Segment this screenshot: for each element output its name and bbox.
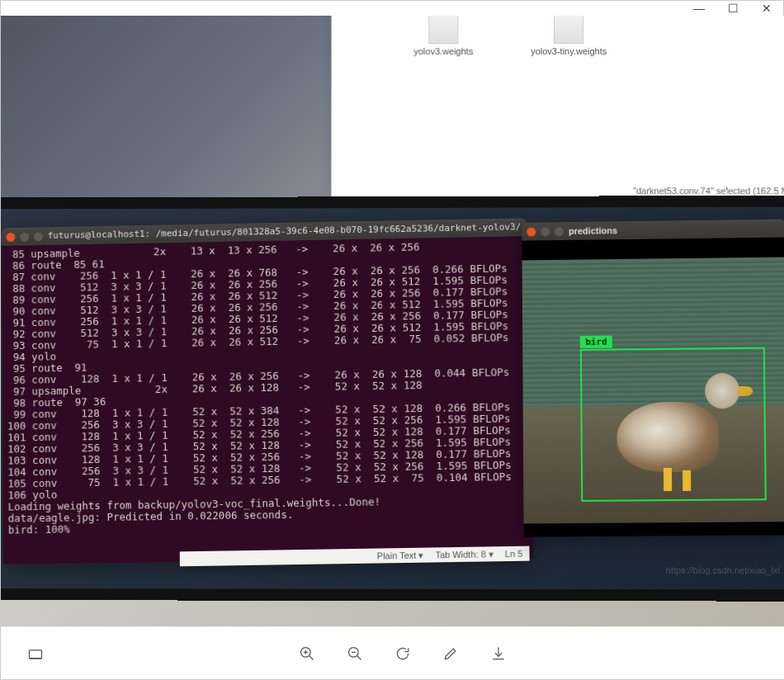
file-icon bbox=[428, 16, 458, 44]
minimize-icon[interactable] bbox=[541, 227, 550, 236]
predictions-window[interactable]: predictions bird bbox=[522, 220, 784, 537]
file-label: yolov3.weights bbox=[413, 46, 473, 56]
one-to-one-icon[interactable] bbox=[26, 644, 45, 663]
window-titlebar: — ☐ ✕ bbox=[1, 1, 783, 16]
file-item[interactable]: yolov3.weights bbox=[413, 16, 473, 56]
editor-tab-select[interactable]: Tab Width: 8 ▾ bbox=[435, 549, 494, 560]
terminal-window[interactable]: futurus@localhost1: /media/futurus/80132… bbox=[2, 218, 534, 564]
svg-line-3 bbox=[309, 655, 314, 659]
watermark-text: https://blog.csdn.net/xiao_lxl bbox=[666, 565, 780, 575]
close-icon[interactable] bbox=[527, 227, 536, 236]
maximize-icon[interactable] bbox=[555, 227, 564, 236]
prediction-image: bird bbox=[522, 257, 784, 523]
editor-line-indicator: Ln 5 bbox=[505, 549, 523, 559]
svg-line-7 bbox=[357, 655, 361, 659]
zoom-out-icon[interactable] bbox=[345, 644, 365, 663]
close-icon[interactable] bbox=[6, 232, 15, 241]
file-manager-window: yolov3.weights yolov3-tiny.weights "dark… bbox=[331, 16, 784, 199]
file-statusbar: "darknet53.conv.74" selected (162.5 M bbox=[633, 186, 784, 196]
image-view[interactable]: yolov3.weights yolov3-tiny.weights "dark… bbox=[1, 16, 784, 628]
rotate-icon[interactable] bbox=[393, 644, 413, 663]
predictions-title: predictions bbox=[569, 225, 617, 236]
file-item[interactable]: yolov3-tiny.weights bbox=[531, 16, 607, 56]
editor-mode-select[interactable]: Plain Text ▾ bbox=[377, 550, 424, 561]
viewer-toolbar bbox=[1, 626, 784, 679]
close-button[interactable]: ✕ bbox=[762, 2, 772, 15]
edit-icon[interactable] bbox=[441, 644, 460, 663]
file-label: yolov3-tiny.weights bbox=[531, 46, 607, 56]
background-window bbox=[1, 16, 332, 222]
maximize-icon[interactable] bbox=[34, 232, 43, 241]
app-window: — ☐ ✕ yolov3.weights yolov3-tiny.weights… bbox=[0, 0, 784, 680]
detection-bounding-box: bird bbox=[580, 347, 767, 502]
detection-label: bird bbox=[580, 335, 612, 347]
file-icon bbox=[554, 16, 583, 44]
download-icon[interactable] bbox=[489, 644, 508, 663]
minimize-button[interactable]: — bbox=[693, 2, 705, 15]
zoom-in-icon[interactable] bbox=[297, 644, 317, 663]
predictions-body: bird bbox=[522, 238, 784, 537]
maximize-button[interactable]: ☐ bbox=[728, 2, 739, 15]
terminal-output[interactable]: 85 upsample 2x 13 x 13 x 256 -> 26 x 26 … bbox=[2, 236, 534, 540]
svg-rect-0 bbox=[30, 649, 42, 658]
minimize-icon[interactable] bbox=[20, 232, 29, 241]
